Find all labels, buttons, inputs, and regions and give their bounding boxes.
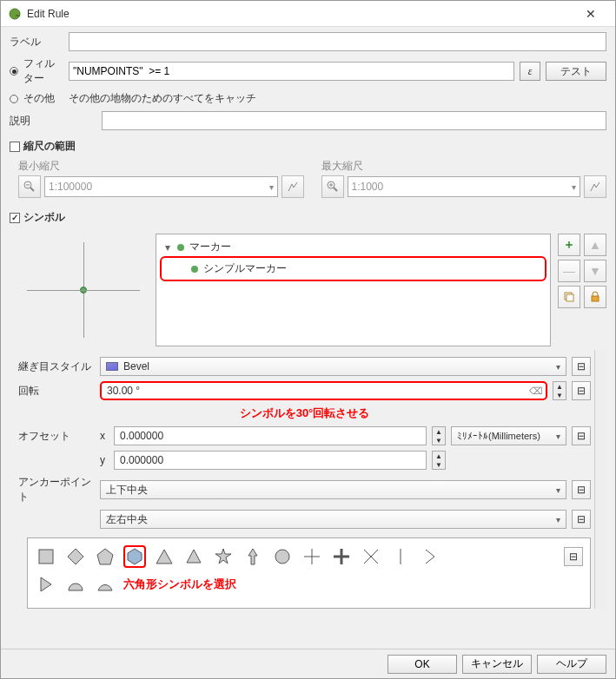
anchor-v-combo[interactable]: 上下中央	[100, 480, 566, 499]
svg-marker-17	[187, 550, 201, 563]
ok-button[interactable]: OK	[387, 655, 457, 674]
join-label: 継ぎ目スタイル	[18, 359, 95, 374]
move-up-button[interactable]: ▲	[584, 234, 606, 256]
svg-point-20	[275, 550, 289, 564]
symbol-checkbox[interactable]	[10, 213, 20, 223]
shape-diamond[interactable]	[64, 545, 87, 568]
filter-radio[interactable]	[10, 67, 18, 76]
titlebar: Edit Rule ✕	[1, 1, 615, 27]
tree-child-simplemarker[interactable]: シンプルマーカー	[188, 260, 543, 278]
offset-override[interactable]: ⊟	[572, 426, 591, 445]
label-label: ラベル	[10, 35, 63, 49]
min-scale-pick[interactable]	[282, 175, 304, 198]
rotation-spinner[interactable]: ▲▼	[553, 381, 566, 400]
help-button[interactable]: ヘルプ	[537, 655, 606, 674]
offset-y-lbl: y	[100, 454, 109, 466]
svg-rect-1	[16, 15, 20, 16]
zoom-out-icon[interactable]	[18, 175, 41, 198]
shape-square[interactable]	[35, 545, 57, 568]
max-scale-combo[interactable]: 1:1000	[348, 176, 581, 197]
else-radio[interactable]	[10, 95, 18, 103]
symbol-layer-tree[interactable]: ▾マーカー シンプルマーカー	[156, 234, 551, 346]
rotation-label: 回転	[18, 384, 95, 399]
svg-marker-28	[41, 577, 51, 591]
svg-line-6	[334, 188, 337, 191]
offset-y-input[interactable]: 0.000000	[114, 451, 427, 470]
dialog-footer: OK キャンセル ヘルプ	[1, 649, 615, 678]
duplicate-layer-button[interactable]	[558, 286, 580, 308]
rotation-override[interactable]: ⊟	[572, 381, 591, 400]
close-button[interactable]: ✕	[573, 2, 608, 26]
shape-filled-arrowhead[interactable]	[35, 573, 57, 596]
svg-marker-18	[215, 549, 231, 564]
offset-label: オフセット	[18, 429, 95, 444]
shape-pentagon[interactable]	[94, 545, 116, 568]
svg-rect-10	[566, 294, 573, 301]
tree-root-marker[interactable]: ▾マーカー	[160, 238, 546, 256]
annotation-hexagon: 六角形シンボルを選択	[123, 577, 236, 592]
dialog-body: ラベル フィルター ε テスト その他 その他の地物のためのすべてをキャッチ 説…	[1, 27, 615, 649]
cancel-button[interactable]: キャンセル	[462, 655, 532, 674]
shape-cross[interactable]	[301, 545, 323, 568]
svg-marker-19	[248, 549, 257, 564]
clear-icon[interactable]: ⌫	[529, 386, 543, 397]
remove-layer-button[interactable]: —	[558, 260, 580, 282]
anchor-h-override[interactable]: ⊟	[572, 510, 591, 529]
shape-line[interactable]	[389, 545, 412, 568]
offset-x-spinner[interactable]: ▲▼	[432, 426, 446, 445]
filter-label: フィルター	[23, 56, 63, 86]
anchor-h-combo[interactable]: 左右中央	[100, 510, 566, 529]
shape-thirdcircle[interactable]	[94, 573, 116, 596]
else-label: その他	[23, 91, 63, 106]
vertical-scrollbar[interactable]	[594, 350, 606, 609]
svg-marker-13	[68, 549, 83, 564]
svg-marker-15	[128, 549, 142, 564]
anchor-v-override[interactable]: ⊟	[572, 480, 591, 499]
svg-rect-12	[39, 550, 53, 564]
desc-label: 説明	[10, 114, 96, 129]
highlight-simplemarker: シンプルマーカー	[160, 256, 546, 281]
svg-rect-11	[592, 296, 599, 301]
scale-checkbox[interactable]	[10, 142, 20, 152]
annotation-rotate: シンボルを30°回転させる	[18, 405, 591, 421]
min-scale-label: 最小縮尺	[18, 159, 304, 174]
shape-arrow[interactable]	[242, 545, 264, 568]
preview-marker-icon	[80, 287, 87, 293]
offset-y-spinner[interactable]: ▲▼	[432, 451, 446, 470]
shape-circle[interactable]	[271, 545, 294, 568]
lock-layer-button[interactable]	[584, 286, 606, 308]
shape-equitriangle[interactable]	[182, 545, 205, 568]
shape-semicircle[interactable]	[64, 573, 87, 596]
shape-override[interactable]: ⊟	[564, 547, 583, 566]
desc-input[interactable]	[102, 111, 606, 130]
marker-shape-grid: ⊟ 六角形シンボルを選択	[27, 537, 591, 609]
label-input[interactable]	[69, 32, 606, 51]
move-down-button[interactable]: ▼	[584, 260, 606, 282]
shape-triangle[interactable]	[153, 545, 176, 568]
zoom-in-icon[interactable]	[321, 175, 344, 198]
test-button[interactable]: テスト	[546, 62, 606, 81]
join-combo[interactable]: Bevel	[100, 357, 566, 376]
shape-hexagon[interactable]	[123, 545, 146, 568]
offset-unit-combo[interactable]: ﾐﾘﾒｰﾄﾙ(Millimeters)	[451, 426, 566, 445]
max-scale-pick[interactable]	[584, 175, 606, 198]
min-scale-combo[interactable]: 1:100000	[44, 176, 278, 197]
add-layer-button[interactable]: ＋	[558, 234, 580, 256]
anchor-label: アンカーポイント	[18, 475, 95, 504]
qgis-icon	[8, 7, 22, 21]
scale-group-label: 縮尺の範囲	[23, 139, 76, 154]
symbol-group-label: シンボル	[23, 210, 65, 225]
filter-input[interactable]	[69, 62, 514, 81]
shape-star[interactable]	[212, 545, 235, 568]
svg-point-0	[10, 9, 20, 19]
join-override[interactable]: ⊟	[572, 357, 591, 376]
shape-arrowhead[interactable]	[419, 545, 441, 568]
else-desc: その他の地物のためのすべてをキャッチ	[69, 91, 256, 106]
expression-button[interactable]: ε	[520, 62, 540, 81]
shape-x[interactable]	[360, 545, 382, 568]
svg-line-3	[30, 188, 34, 191]
offset-x-input[interactable]: 0.000000	[114, 426, 427, 445]
symbol-preview	[18, 234, 149, 346]
rotation-input[interactable]: 30.00 °⌫	[100, 381, 547, 400]
shape-cross2[interactable]	[330, 545, 353, 568]
